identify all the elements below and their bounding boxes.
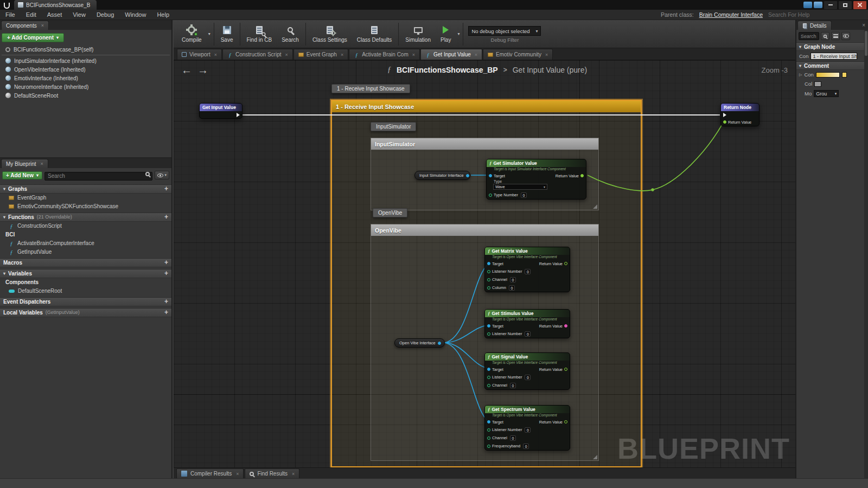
color-chip[interactable] [842, 72, 847, 78]
add-macro-button[interactable]: + [164, 259, 168, 266]
return-value-pin[interactable] [723, 120, 726, 124]
blueprint-graph-canvas[interactable]: BLUEPRINT 1 - Receive Input Showcase Inp… [174, 60, 795, 467]
compile-options-caret[interactable]: ▾ [207, 31, 212, 36]
event-dispatchers-section-header[interactable]: Event Dispatchers + [0, 297, 171, 306]
back-button[interactable]: ← [181, 65, 192, 75]
menu-view[interactable]: View [67, 11, 91, 18]
menu-file[interactable]: File [0, 11, 21, 18]
find-in-cb-button[interactable]: Find in CB [242, 22, 277, 47]
help-search-input[interactable]: Search For Help [768, 11, 859, 18]
type-number-field[interactable]: 0 [521, 192, 527, 198]
close-icon[interactable]: × [412, 52, 415, 57]
node-get-input-value[interactable]: Get Input Value [199, 103, 242, 119]
visibility-button[interactable] [841, 32, 850, 40]
components-panel-tab[interactable]: Components × [1, 21, 49, 30]
node-get-matrix-value[interactable]: ƒGet Matrix Value Target is Open Vibe In… [484, 247, 570, 292]
component-row[interactable]: EmotivInterface (Inherited) [2, 74, 170, 82]
menu-debug[interactable]: Debug [91, 11, 119, 18]
component-row[interactable]: InputSimulatorInterface (Inherited) [2, 56, 170, 65]
tab-event-graph[interactable]: Event Graph × [293, 49, 348, 60]
macros-section-header[interactable]: Macros + [0, 258, 171, 267]
add-function-button[interactable]: + [164, 213, 168, 221]
category-bci[interactable]: BCI [0, 230, 171, 239]
pill-open-vibe-interface[interactable]: Open Vibe Interface [394, 338, 445, 348]
close-button[interactable] [853, 1, 866, 9]
breadcrumb-root[interactable]: BCIFunctionsShowcase_BP [397, 66, 498, 74]
add-event-dispatcher-button[interactable]: + [164, 298, 168, 305]
resize-grip[interactable] [593, 455, 597, 459]
add-graph-button[interactable]: + [164, 185, 168, 192]
channel-pin[interactable] [487, 278, 490, 281]
menu-help[interactable]: Help [151, 11, 175, 18]
list-view-button[interactable] [831, 32, 840, 40]
component-row[interactable]: OpenVibeInterface (Inherited) [2, 65, 170, 74]
column-field[interactable]: 0 [509, 285, 515, 291]
node-get-signal-value[interactable]: ƒGet Signal Value Target is Open Vibe In… [484, 352, 570, 390]
channel-field[interactable]: 0 [510, 383, 516, 388]
function-item[interactable]: ƒ GetInputValue [0, 248, 171, 256]
pill-input-simulator-interface[interactable]: Input Simulator Interface [414, 171, 470, 180]
exec-in-pin[interactable] [723, 113, 726, 117]
return-value-pin[interactable] [580, 174, 584, 177]
add-local-variable-button[interactable]: + [164, 309, 168, 316]
category-components[interactable]: Components [0, 278, 171, 287]
component-row[interactable]: DefaultSceneRoot [2, 91, 170, 100]
variable-item[interactable]: DefaultSceneRoot [0, 287, 171, 296]
my-blueprint-panel-tab[interactable]: My Blueprint × [1, 159, 48, 168]
listener-number-pin[interactable] [487, 270, 490, 273]
compile-button[interactable]: Compile [177, 22, 207, 47]
tab-activate-brain-com[interactable]: ƒ Activate Brain Com × [349, 49, 420, 60]
function-item[interactable]: ƒ ConstructionScript [0, 222, 171, 230]
details-scrollbar[interactable] [864, 30, 868, 478]
simulation-button[interactable]: Simulation [400, 22, 436, 47]
target-pin[interactable] [487, 262, 490, 265]
tab-viewport[interactable]: Viewport × [177, 49, 222, 60]
listener-number-pin[interactable] [487, 332, 490, 336]
channel-pin[interactable] [487, 384, 490, 387]
target-pin[interactable] [487, 420, 490, 423]
close-icon[interactable]: × [341, 52, 343, 57]
resize-grip[interactable] [593, 204, 597, 209]
parent-class-link[interactable]: Brain Computer Interface [699, 11, 763, 18]
listener-number-pin[interactable] [487, 428, 490, 432]
document-tab[interactable]: BCIFunctionsShowcase_B [14, 0, 97, 10]
debug-object-dropdown[interactable]: No debug object selected ▾ [468, 26, 541, 36]
component-row[interactable]: NeuromoreInterface (Inherited) [2, 82, 170, 91]
my-blueprint-search-input[interactable] [44, 172, 152, 181]
tab-emotiv-community[interactable]: Emotiv Community × [483, 49, 553, 60]
play-button[interactable]: Play [436, 22, 456, 47]
target-pin[interactable] [487, 324, 490, 328]
column-pin[interactable] [487, 286, 490, 290]
search-button[interactable]: Search [277, 22, 304, 47]
add-component-button[interactable]: + Add Component ▾ [2, 33, 64, 42]
graph-item[interactable]: EventGraph [0, 194, 171, 202]
tab-get-input-value[interactable]: ƒ Get Input Value × [420, 49, 482, 60]
channel-field[interactable]: 0 [510, 277, 516, 282]
color-swatch[interactable] [814, 81, 821, 87]
reroute-node[interactable] [651, 188, 654, 191]
variables-section-header[interactable]: ▾ Variables + [0, 269, 171, 278]
close-icon[interactable]: × [236, 471, 239, 477]
move-mode-dropdown[interactable]: Grou ▾ [814, 90, 839, 97]
graph-node-section-header[interactable]: ▾ Graph Node [796, 42, 868, 51]
exec-out-pin[interactable] [237, 113, 240, 117]
comment-section-header[interactable]: ▾ Comment [796, 61, 868, 70]
component-row-self[interactable]: BCIFunctionsShowcase_BP(self) [2, 45, 170, 55]
node-get-spectrum-value[interactable]: ƒGet Spectrum Value Target is Open Vibe … [484, 405, 570, 451]
tab-compiler-results[interactable]: Compiler Results × [176, 468, 244, 478]
output-pin[interactable] [466, 174, 469, 177]
node-get-stimulus-value[interactable]: ƒGet Stimulus Value Target is Open Vibe … [484, 309, 570, 338]
minimize-button[interactable] [824, 1, 837, 9]
add-variable-button[interactable]: + [164, 269, 168, 277]
frequencyband-pin[interactable] [487, 445, 490, 448]
comment-color-gradient[interactable] [816, 72, 840, 78]
play-options-caret[interactable]: ▾ [456, 31, 461, 36]
details-search-button[interactable] [821, 32, 829, 40]
listener-number-field[interactable]: 0 [525, 269, 531, 274]
listener-number-field[interactable]: 0 [525, 375, 531, 380]
comment-text-field[interactable]: 1 - Receive Input Showcase [810, 53, 857, 60]
community-icon[interactable] [814, 2, 822, 8]
function-item[interactable]: ƒ ActivateBrainComputerInterface [0, 239, 171, 248]
graph-item[interactable]: EmotivCommunitySDKFunctionShowcase [0, 202, 171, 211]
target-pin[interactable] [489, 174, 492, 177]
